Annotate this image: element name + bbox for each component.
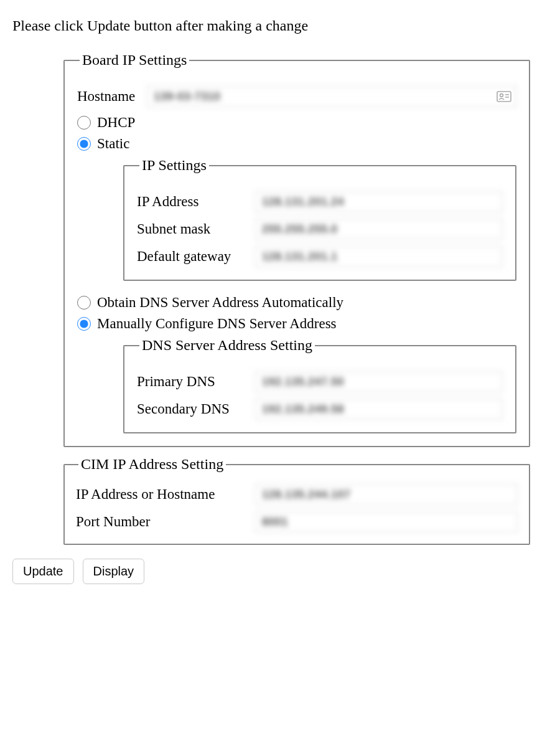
cim-port-label: Port Number: [76, 514, 255, 530]
dns-manual-radio-row[interactable]: Manually Configure DNS Server Address: [77, 316, 516, 332]
cim-ip-fieldset: CIM IP Address Setting IP Address or Hos…: [63, 456, 530, 545]
subnet-row: Subnet mask: [137, 219, 503, 240]
static-radio-row[interactable]: Static: [77, 136, 516, 152]
ip-address-input[interactable]: [255, 191, 503, 212]
primary-dns-input[interactable]: [255, 371, 503, 392]
dns-settings-fieldset: DNS Server Address Setting Primary DNS S…: [123, 337, 516, 433]
ip-address-label: IP Address: [137, 194, 255, 210]
dns-auto-radio-label: Obtain DNS Server Address Automatically: [97, 295, 343, 311]
ip-settings-legend: IP Settings: [139, 157, 209, 174]
primary-dns-label: Primary DNS: [137, 374, 255, 390]
display-button[interactable]: Display: [83, 559, 145, 584]
hostname-row: Hostname: [77, 86, 516, 107]
gateway-label: Default gateway: [137, 248, 255, 265]
ip-settings-fieldset: IP Settings IP Address Subnet mask Defau…: [123, 157, 516, 281]
static-radio-label: Static: [97, 136, 129, 152]
dns-manual-radio-label: Manually Configure DNS Server Address: [97, 316, 337, 332]
primary-dns-row: Primary DNS: [137, 371, 503, 392]
hostname-input[interactable]: [147, 86, 516, 107]
secondary-dns-input[interactable]: [255, 399, 503, 420]
gateway-row: Default gateway: [137, 246, 503, 267]
gateway-input[interactable]: [255, 246, 503, 267]
board-ip-settings-fieldset: Board IP Settings Hostname DHCP Static I…: [63, 52, 530, 447]
cim-host-input[interactable]: [255, 484, 518, 505]
subnet-input[interactable]: [255, 219, 503, 240]
cim-host-label: IP Address or Hostname: [76, 486, 255, 503]
dhcp-radio-label: DHCP: [97, 115, 135, 131]
dns-settings-legend: DNS Server Address Setting: [139, 337, 315, 354]
secondary-dns-row: Secondary DNS: [137, 399, 503, 420]
cim-host-row: IP Address or Hostname: [76, 484, 518, 505]
button-bar: Update Display: [12, 559, 548, 584]
secondary-dns-label: Secondary DNS: [137, 401, 255, 417]
subnet-label: Subnet mask: [137, 221, 255, 237]
board-ip-settings-legend: Board IP Settings: [80, 52, 189, 69]
cim-port-row: Port Number: [76, 511, 518, 532]
dns-auto-radio-row[interactable]: Obtain DNS Server Address Automatically: [77, 295, 516, 311]
dns-auto-radio[interactable]: [77, 296, 91, 310]
instruction-text: Please click Update button after making …: [12, 17, 548, 34]
dhcp-radio[interactable]: [77, 116, 91, 130]
dhcp-radio-row[interactable]: DHCP: [77, 115, 516, 131]
hostname-label: Hostname: [77, 88, 147, 105]
ip-address-row: IP Address: [137, 191, 503, 212]
cim-ip-legend: CIM IP Address Setting: [78, 456, 226, 473]
cim-port-input[interactable]: [255, 511, 518, 532]
update-button[interactable]: Update: [12, 559, 74, 584]
dns-manual-radio[interactable]: [77, 317, 91, 331]
static-radio[interactable]: [77, 137, 91, 151]
